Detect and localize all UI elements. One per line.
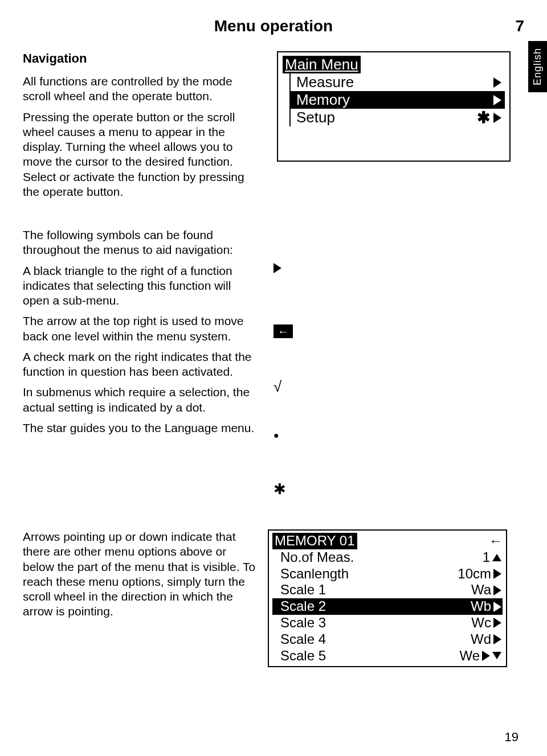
dot-icon: ● [274, 430, 279, 480]
menu-item-label: Measure [296, 73, 354, 91]
main-menu-title: Main Menu [283, 56, 361, 73]
nav-paragraph-1: All functions are controlled by the mode… [23, 74, 256, 104]
memory-menu-row: Scale 4Wd [272, 631, 503, 648]
memory-row-value: Wd [471, 631, 491, 648]
memory-row-value: 1 [483, 549, 490, 566]
triangle-right-icon [493, 113, 501, 123]
memory-row-label: No.of Meas. [280, 549, 354, 566]
triangle-right-icon [493, 585, 501, 595]
symbol-desc-dot: In submenus which require a selection, t… [23, 385, 256, 415]
memory-row-label: Scanlength [280, 566, 349, 582]
back-arrow-thin-icon: ← [489, 533, 503, 549]
memory-row-value: Wc [471, 615, 491, 631]
triangle-down-icon [492, 652, 501, 659]
triangle-up-icon [492, 554, 501, 561]
symbol-desc-check: A check mark on the right indicates that… [23, 350, 256, 380]
memory-row-value: We [459, 648, 480, 664]
memory-row-label: Scale 4 [280, 631, 326, 648]
memory-menu-display: MEMORY 01 ← No.of Meas.1Scanlength10cmSc… [268, 529, 507, 667]
memory-row-label: Scale 2 [280, 598, 326, 615]
memory-row-value: Wa [471, 582, 491, 598]
triangle-right-icon [493, 77, 501, 88]
triangle-right-icon [493, 618, 501, 628]
chapter-number: 7 [515, 17, 524, 35]
memory-row-label: Scale 5 [280, 648, 326, 664]
triangle-right-icon [482, 651, 490, 661]
back-arrow-icon: ← [274, 324, 293, 378]
triangle-right-icon [493, 95, 501, 105]
star-icon: ✱ [274, 480, 286, 509]
memory-menu-title: MEMORY 01 [272, 533, 357, 549]
section-title-navigation: Navigation [23, 51, 256, 66]
symbol-desc-star: The star guides you to the Language menu… [23, 421, 256, 435]
check-mark-icon: √ [274, 378, 281, 430]
header-title: Menu operation [214, 17, 333, 35]
language-tab: English [528, 41, 547, 92]
menu-item-label: Memory [296, 91, 350, 109]
memory-menu-row: No.of Meas.1 [272, 549, 503, 566]
memory-menu-row: Scale 1Wa [272, 582, 503, 598]
symbols-intro: The following symbols can be found throu… [23, 228, 256, 258]
triangle-right-icon [493, 569, 501, 579]
triangle-right-icon [274, 263, 281, 324]
memory-menu-row: Scanlength10cm [272, 566, 503, 582]
main-menu-item: Memory [291, 91, 505, 109]
star-icon: ✱ [477, 114, 490, 122]
symbol-desc-arrow: The arrow at the top right is used to mo… [23, 314, 256, 344]
scroll-arrows-desc: Arrows pointing up or down indicate that… [23, 529, 256, 619]
symbol-desc-triangle: A black triangle to the right of a funct… [23, 264, 256, 309]
memory-menu-row: Scale 3Wc [272, 615, 503, 631]
page-number: 19 [505, 730, 519, 745]
triangle-right-icon [493, 634, 501, 644]
main-menu-item: Measure [291, 73, 505, 91]
page-header: Menu operation 7 [23, 17, 524, 35]
memory-row-value: 10cm [458, 566, 491, 582]
menu-item-label: Setup [296, 109, 335, 126]
memory-row-label: Scale 3 [280, 615, 326, 631]
main-menu-item: Setup✱ [291, 109, 505, 126]
memory-row-value: Wb [471, 598, 491, 615]
memory-row-label: Scale 1 [280, 582, 326, 598]
memory-menu-row: Scale 5We [272, 648, 503, 664]
nav-paragraph-2: Pressing the operate button or the scrol… [23, 110, 256, 200]
main-menu-display: Main Menu MeasureMemorySetup✱ [277, 51, 511, 162]
memory-menu-row: Scale 2Wb [272, 598, 503, 615]
triangle-right-icon [493, 602, 501, 612]
